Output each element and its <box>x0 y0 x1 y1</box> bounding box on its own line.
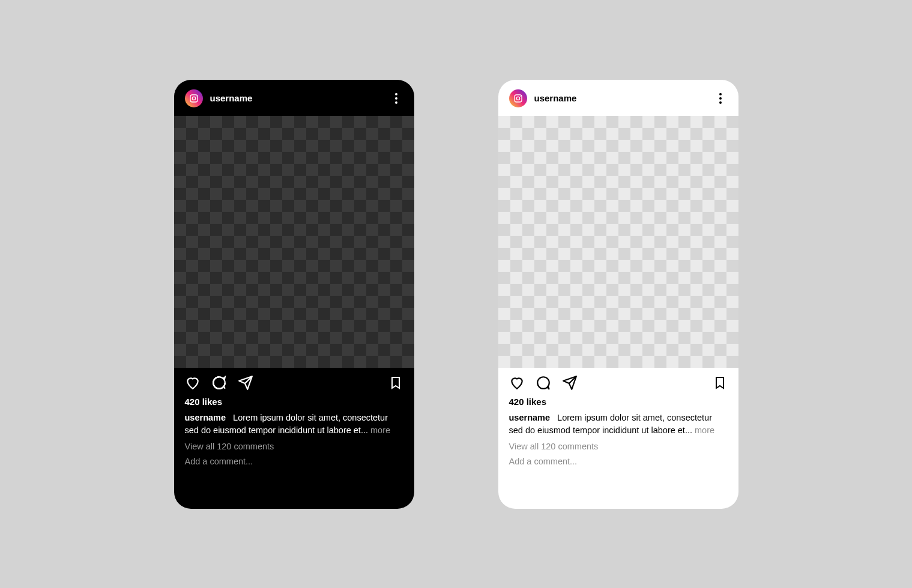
post-image-placeholder[interactable] <box>174 116 414 368</box>
more-link[interactable]: more <box>695 425 714 435</box>
svg-point-8 <box>516 97 519 100</box>
action-bar <box>498 368 738 395</box>
header: username <box>498 80 738 116</box>
avatar[interactable] <box>185 89 203 107</box>
post-meta: 420 likes username Lorem ipsum dolor sit… <box>174 395 414 481</box>
instagram-icon <box>513 94 523 103</box>
svg-point-2 <box>196 95 196 96</box>
add-comment-input[interactable]: Add a comment... <box>185 455 403 468</box>
kebab-icon <box>719 93 722 104</box>
svg-rect-0 <box>190 95 198 102</box>
send-icon <box>238 375 253 391</box>
post-image-placeholder[interactable] <box>498 116 738 368</box>
more-options-button[interactable] <box>713 91 728 106</box>
comment-button[interactable] <box>211 375 227 391</box>
share-button[interactable] <box>238 375 253 391</box>
svg-point-5 <box>395 101 397 104</box>
view-comments-link[interactable]: View all 120 comments <box>509 440 728 453</box>
svg-rect-7 <box>515 95 522 102</box>
comment-icon <box>211 375 227 391</box>
svg-point-4 <box>395 97 397 100</box>
likes-count[interactable]: 420 likes <box>185 395 403 409</box>
bookmark-icon <box>713 376 727 390</box>
caption-username[interactable]: username <box>185 413 226 422</box>
svg-point-12 <box>719 101 722 104</box>
caption-username[interactable]: username <box>509 413 551 422</box>
svg-point-13 <box>537 377 549 389</box>
post-card-dark: username <box>174 80 414 509</box>
username-header[interactable]: username <box>210 93 389 103</box>
bookmark-icon <box>388 376 403 390</box>
avatar[interactable] <box>509 89 527 107</box>
heart-icon <box>509 375 525 391</box>
send-icon <box>562 375 578 391</box>
like-button[interactable] <box>185 375 201 391</box>
add-comment-input[interactable]: Add a comment... <box>509 455 728 468</box>
header: username <box>174 80 414 116</box>
svg-point-1 <box>192 97 195 100</box>
caption: username Lorem ipsum dolor sit amet, con… <box>185 412 403 437</box>
username-header[interactable]: username <box>534 93 713 103</box>
more-link[interactable]: more <box>370 425 390 435</box>
view-comments-link[interactable]: View all 120 comments <box>185 440 403 453</box>
comment-icon <box>536 375 551 391</box>
heart-icon <box>185 375 201 391</box>
svg-point-9 <box>520 95 521 96</box>
save-button[interactable] <box>712 375 728 391</box>
post-meta: 420 likes username Lorem ipsum dolor sit… <box>498 395 738 481</box>
share-button[interactable] <box>562 375 578 391</box>
comment-button[interactable] <box>536 375 551 391</box>
like-button[interactable] <box>509 375 525 391</box>
action-bar <box>174 368 414 395</box>
more-options-button[interactable] <box>389 91 403 106</box>
svg-point-3 <box>395 93 397 95</box>
svg-point-10 <box>719 93 722 95</box>
caption: username Lorem ipsum dolor sit amet, con… <box>509 412 728 437</box>
kebab-icon <box>395 93 397 104</box>
likes-count[interactable]: 420 likes <box>509 395 728 409</box>
instagram-icon <box>189 94 199 103</box>
post-card-light: username <box>498 80 738 509</box>
save-button[interactable] <box>388 375 403 391</box>
svg-point-11 <box>719 97 722 100</box>
